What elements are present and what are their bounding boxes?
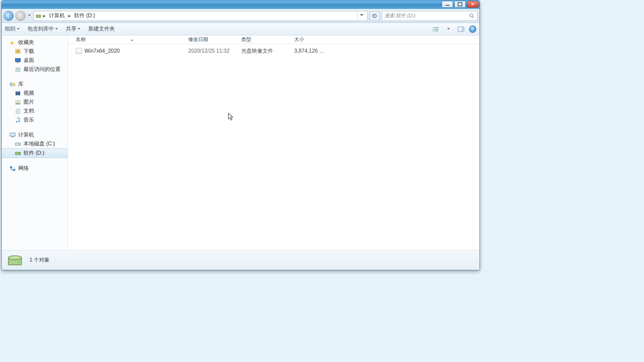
search-input[interactable]: 搜索 软件 (D:): [382, 11, 478, 21]
breadcrumb-sep: ▸: [43, 13, 46, 19]
breadcrumb-drive-d[interactable]: 软件 (D:): [73, 12, 96, 19]
preview-pane-button[interactable]: [456, 25, 466, 33]
libraries-icon: [10, 81, 16, 87]
maximize-button[interactable]: [454, 1, 466, 8]
pictures-label: 图片: [23, 99, 34, 106]
column-size[interactable]: 大小: [294, 36, 334, 43]
file-row[interactable]: Win7x64_2020 2020/12/25 11:32 光盘映像文件 3,8…: [68, 46, 480, 56]
sidebar-item-videos[interactable]: 视频: [2, 89, 68, 98]
file-size-cell: 3,874,126 ...: [294, 48, 334, 54]
svg-rect-18: [12, 82, 14, 86]
svg-point-24: [17, 101, 18, 102]
sidebar-item-downloads[interactable]: 下载: [2, 47, 68, 56]
back-button[interactable]: [4, 11, 14, 21]
sidebar-item-pictures[interactable]: 图片: [2, 98, 68, 107]
drive-large-icon: [7, 252, 23, 268]
minimize-button[interactable]: [442, 1, 453, 8]
svg-rect-8: [435, 29, 438, 29]
svg-rect-9: [435, 30, 438, 31]
svg-rect-22: [20, 91, 20, 95]
svg-rect-17: [10, 82, 12, 86]
pictures-icon: [15, 99, 21, 105]
computer-label: 计算机: [18, 131, 34, 138]
music-label: 音乐: [23, 117, 34, 124]
sidebar-item-favorites[interactable]: ★ 收藏夹: [2, 38, 68, 47]
computer-group: 计算机 本地磁盘 (C:) 软件 (D:): [2, 130, 68, 158]
videos-label: 视频: [23, 90, 34, 97]
address-dropdown[interactable]: [357, 11, 365, 21]
svg-rect-19: [15, 83, 15, 86]
column-headers: 名称 修改日期 类型 大小: [68, 35, 480, 44]
navigation-pane: ★ 收藏夹 下载 桌面 最近访问的位置: [2, 35, 68, 250]
body: ★ 收藏夹 下载 桌面 最近访问的位置: [2, 35, 480, 250]
refresh-icon: [372, 13, 377, 19]
column-type-label: 类型: [241, 36, 251, 42]
column-date[interactable]: 修改日期: [188, 36, 241, 43]
svg-rect-6: [433, 30, 434, 31]
chevron-down-icon: [447, 26, 450, 32]
svg-point-41: [18, 262, 20, 263]
svg-rect-37: [10, 166, 12, 168]
view-dropdown[interactable]: [444, 25, 453, 33]
file-name-cell: Win7x64_2020: [76, 48, 188, 54]
breadcrumb-computer[interactable]: 计算机: [48, 12, 66, 19]
music-icon: [15, 117, 21, 123]
file-rows[interactable]: Win7x64_2020 2020/12/25 11:32 光盘映像文件 3,8…: [68, 44, 480, 250]
network-icon: [10, 166, 16, 172]
organize-menu[interactable]: 组织: [5, 26, 20, 32]
sidebar-item-documents[interactable]: 文档: [2, 107, 68, 116]
new-folder-button[interactable]: 新建文件夹: [88, 26, 115, 32]
svg-point-40: [8, 256, 22, 260]
svg-line-3: [473, 17, 474, 18]
address-bar[interactable]: ▸ 计算机 ▸ 软件 (D:): [33, 11, 368, 21]
favorites-label: 收藏夹: [18, 39, 34, 46]
explorer-window: ▸ 计算机 ▸ 软件 (D:) 搜索 软件 (D:) 组织 包含到库中 共享 新…: [1, 0, 480, 270]
forward-button[interactable]: [16, 11, 25, 21]
history-dropdown[interactable]: [27, 11, 31, 21]
svg-rect-11: [462, 27, 464, 31]
svg-point-29: [16, 121, 18, 123]
close-button[interactable]: [467, 1, 478, 8]
sidebar-item-computer[interactable]: 计算机: [2, 130, 68, 139]
status-text: 1 个对象: [29, 257, 50, 264]
svg-point-2: [470, 14, 473, 17]
new-folder-label: 新建文件夹: [88, 26, 115, 32]
chevron-down-icon: [78, 26, 80, 32]
svg-point-30: [18, 121, 20, 122]
libraries-group: 库 视频 图片 文档 音乐: [2, 80, 68, 125]
refresh-button[interactable]: [370, 11, 380, 21]
organize-label: 组织: [5, 26, 16, 32]
column-name[interactable]: 名称: [76, 36, 188, 43]
sidebar-item-libraries[interactable]: 库: [2, 80, 68, 89]
share-menu[interactable]: 共享: [66, 26, 80, 32]
chevron-down-icon: [55, 26, 58, 32]
breadcrumb-sep: ▸: [68, 13, 71, 19]
svg-point-1: [39, 16, 40, 17]
window-controls: [442, 1, 478, 8]
column-type[interactable]: 类型: [241, 36, 294, 43]
desktop-icon: [15, 58, 21, 64]
svg-rect-4: [433, 27, 434, 28]
command-bar-left: 组织 包含到库中 共享 新建文件夹: [5, 26, 115, 32]
drive-icon: [15, 141, 21, 147]
include-in-library-menu[interactable]: 包含到库中: [27, 26, 58, 32]
search-icon: [469, 13, 475, 19]
file-name: Win7x64_2020: [84, 48, 120, 54]
sidebar-item-music[interactable]: 音乐: [2, 116, 68, 125]
view-options-button[interactable]: [431, 25, 440, 33]
iso-file-icon: [76, 48, 82, 54]
sidebar-item-recent[interactable]: 最近访问的位置: [2, 65, 68, 74]
sidebar-item-desktop[interactable]: 桌面: [2, 56, 68, 65]
sidebar-item-drive-d[interactable]: 软件 (D:): [2, 148, 68, 158]
file-list-area: 名称 修改日期 类型 大小 Win7x64_2020 2020/12/25 11…: [68, 35, 480, 250]
drive-c-label: 本地磁盘 (C:): [23, 140, 55, 147]
svg-rect-32: [12, 136, 14, 137]
sidebar-item-drive-c[interactable]: 本地磁盘 (C:): [2, 139, 68, 148]
column-size-label: 大小: [294, 36, 304, 42]
help-button[interactable]: ?: [469, 26, 476, 33]
recent-icon: [15, 67, 21, 73]
command-bar: 组织 包含到库中 共享 新建文件夹 ?: [2, 23, 480, 35]
svg-rect-14: [17, 62, 19, 63]
sidebar-item-network[interactable]: 网络: [2, 164, 68, 173]
libraries-label: 库: [18, 81, 23, 88]
